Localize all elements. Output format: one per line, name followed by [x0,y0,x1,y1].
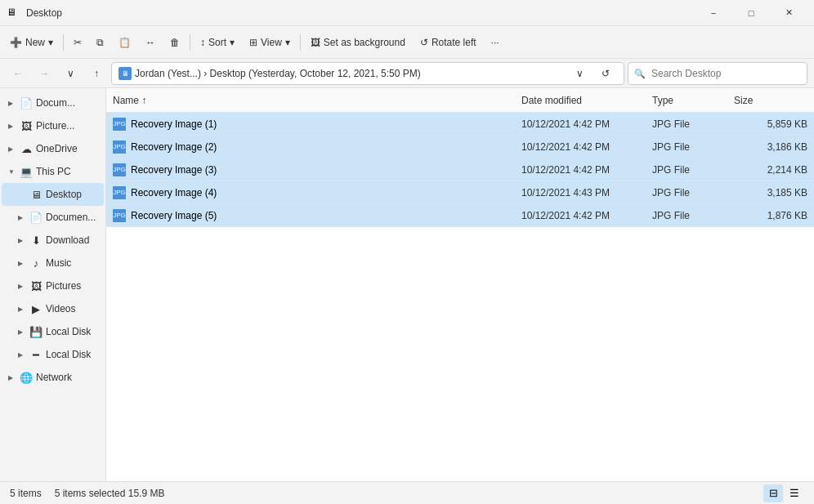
toolbar-separator-3 [300,34,301,51]
item-label-localdisk2: Local Disk [46,349,91,360]
file-size-cell: 2,214 KB [734,164,807,176]
file-date-cell: 10/12/2021 4:42 PM [521,210,652,221]
close-button[interactable]: ✕ [770,0,807,26]
sidebar-item-thispc[interactable]: ▼ 💻 This PC [2,160,104,183]
item-label-pictures2: Pictures [46,280,81,292]
sidebar-item-network[interactable]: ▶ 🌐 Network [2,366,104,389]
detail-view-button[interactable]: ☰ [785,484,804,502]
table-row[interactable]: JPG Recovery Image (1) 10/12/2021 4:42 P… [106,113,814,136]
new-icon: ➕ [10,37,22,48]
more-icon: ··· [491,37,499,48]
sidebar-item-documents2[interactable]: ▶ 📄 Documen... [2,206,104,229]
status-bar: 5 items 5 items selected 15.9 MB ⊟ ☰ [0,481,814,504]
file-name-cell: JPG Recovery Image (4) [113,186,521,199]
file-rows-container: JPG Recovery Image (1) 10/12/2021 4:42 P… [106,113,814,227]
expand-arrow-documents: ▶ [8,100,16,107]
toolbar-separator-1 [63,34,64,51]
search-wrapper [628,62,807,85]
refresh-button[interactable]: ↺ [594,62,617,85]
column-header-size[interactable]: Size [734,95,807,106]
new-button[interactable]: ➕ New ▾ [3,29,60,56]
delete-icon: 🗑 [170,37,180,48]
move-icon: ↔ [145,37,155,48]
expand-arrow-pictures: ▶ [8,123,16,130]
table-row[interactable]: JPG Recovery Image (5) 10/12/2021 4:42 P… [106,204,814,227]
expand-arrow-onedrive: ▶ [8,145,16,153]
sidebar-item-desktop[interactable]: 🖥 Desktop [2,183,104,206]
column-header-name[interactable]: Name ↑ [113,95,521,106]
rotate-button[interactable]: ↺ Rotate left [414,29,483,56]
file-name-text: Recovery Image (3) [131,164,217,176]
address-folder-icon: 🖥 [119,67,132,80]
sidebar-item-pictures[interactable]: ▶ 🖼 Picture... [2,114,104,137]
list-view-button[interactable]: ⊟ [763,484,783,502]
item-label-documents: Docum... [36,97,75,109]
set-background-button[interactable]: 🖼 Set as background [304,29,412,56]
sort-button[interactable]: ↕ Sort ▾ [194,29,241,56]
file-date-cell: 10/12/2021 4:42 PM [521,141,652,153]
column-header-type[interactable]: Type [652,95,734,106]
expand-arrow-localdisk1: ▶ [18,328,26,336]
title-bar-icon: 🖥 [7,7,20,20]
back-button[interactable]: ← [7,62,29,85]
rotate-icon: ↺ [420,37,428,48]
file-list-header: Name ↑ Date modified Type Size [106,88,814,113]
dropdown-recent-button[interactable]: ∨ [59,62,82,85]
file-type-cell: JPG File [652,210,734,221]
sidebar-item-onedrive[interactable]: ▶ ☁ OneDrive [2,137,104,160]
column-header-date[interactable]: Date modified [521,95,652,106]
item-icon-videos: ▶ [29,303,42,315]
move-button[interactable]: ↔ [139,29,162,56]
table-row[interactable]: JPG Recovery Image (2) 10/12/2021 4:42 P… [106,136,814,158]
file-name-text: Recovery Image (5) [131,210,217,221]
item-icon-pictures: 🖼 [20,120,33,132]
address-input[interactable]: 🖥 Jordan (Yest...) › Desktop (Yesterday,… [111,62,624,85]
sidebar-item-music[interactable]: ▶ ♪ Music [2,252,104,274]
item-icon-desktop: 🖥 [29,189,42,201]
copy-icon: ⧉ [96,37,104,48]
table-row[interactable]: JPG Recovery Image (3) 10/12/2021 4:42 P… [106,158,814,181]
sidebar-item-pictures2[interactable]: ▶ 🖼 Pictures [2,274,104,297]
delete-button[interactable]: 🗑 [163,29,186,56]
address-dropdown-button[interactable]: ∨ [568,62,591,85]
cut-button[interactable]: ✂ [67,29,88,56]
view-icon: ⊞ [249,37,257,48]
sidebar-item-localdisk1[interactable]: ▶ 💾 Local Disk [2,320,104,343]
item-icon-thispc: 💻 [20,166,33,178]
file-type-cell: JPG File [652,164,734,176]
sidebar-item-videos[interactable]: ▶ ▶ Videos [2,297,104,320]
sidebar-item-downloads[interactable]: ▶ ⬇ Download [2,229,104,252]
file-date-cell: 10/12/2021 4:42 PM [521,164,652,176]
sort-label: Sort [208,37,226,48]
sidebar-item-documents[interactable]: ▶ 📄 Docum... [2,91,104,114]
view-button[interactable]: ⊞ View ▾ [243,29,297,56]
maximize-button[interactable]: □ [732,0,770,26]
expand-arrow-localdisk2: ▶ [18,351,26,359]
title-bar-controls: − □ ✕ [695,0,807,26]
sidebar-item-localdisk2[interactable]: ▶ ━ Local Disk [2,343,104,366]
file-date-cell: 10/12/2021 4:42 PM [521,118,652,130]
sort-icon: ↕ [200,37,205,48]
more-button[interactable]: ··· [485,29,506,56]
address-breadcrumb: Jordan (Yest...) › Desktop (Yesterday, O… [135,68,565,79]
item-label-desktop: Desktop [46,189,82,200]
address-bar: ← → ∨ ↑ 🖥 Jordan (Yest...) › Desktop (Ye… [0,59,814,88]
item-icon-downloads: ⬇ [29,234,42,247]
minimize-button[interactable]: − [695,0,732,26]
search-input[interactable] [628,62,807,85]
table-row[interactable]: JPG Recovery Image (4) 10/12/2021 4:43 P… [106,181,814,204]
file-list: Name ↑ Date modified Type Size JPG Recov… [106,88,814,481]
toolbar-separator-2 [190,34,190,51]
file-name-cell: JPG Recovery Image (1) [113,118,521,131]
item-icon-localdisk1: 💾 [29,326,42,338]
forward-button[interactable]: → [33,62,56,85]
up-button[interactable]: ↑ [85,62,108,85]
toolbar: ➕ New ▾ ✂ ⧉ 📋 ↔ 🗑 ↕ Sort ▾ ⊞ View ▾ 🖼 Se… [0,26,814,59]
file-size-cell: 5,859 KB [734,118,807,130]
expand-arrow-downloads: ▶ [18,237,26,244]
item-icon-documents2: 📄 [29,212,42,224]
sidebar: ▶ 📄 Docum... ▶ 🖼 Picture... ▶ ☁ OneDrive… [0,88,106,481]
file-icon: JPG [113,209,126,222]
paste-button[interactable]: 📋 [112,29,137,56]
copy-button[interactable]: ⧉ [90,29,110,56]
